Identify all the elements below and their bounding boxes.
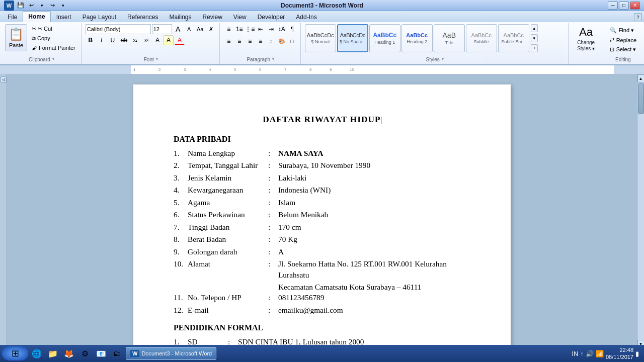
redo-quick-btn[interactable]: ↪ — [48, 2, 57, 10]
taskbar-icon-app3[interactable]: 🗂 — [110, 346, 125, 360]
taskbar-icon-firefox[interactable]: 🦊 — [61, 346, 76, 360]
ruler-tick-6: 6 — [259, 67, 261, 72]
scroll-up-button[interactable]: ▲ — [637, 74, 645, 82]
cut-button[interactable]: ✂ ✂ Cut — [29, 24, 78, 33]
change-case-button[interactable]: Aa — [195, 24, 205, 34]
clipboard-expand[interactable]: ▾ — [52, 57, 54, 61]
ruler-tick-8: 8 — [309, 67, 311, 72]
main-area: ◁ DAFTAR RIWAYAT HIDUP DATA PRIBADI 1. N… — [0, 74, 644, 348]
style-heading2[interactable]: AaBbCc Heading 2 — [401, 24, 433, 52]
increase-indent-button[interactable]: ⇥ — [266, 24, 276, 34]
style-heading2-label: Heading 2 — [407, 39, 427, 44]
shrink-font-button[interactable]: A — [184, 24, 194, 34]
style-subtle[interactable]: AaBbCc Subtle Em... — [498, 24, 529, 52]
align-right-button[interactable]: ≡ — [245, 36, 255, 46]
underline-button[interactable]: U — [108, 35, 118, 45]
scroll-thumb[interactable] — [638, 83, 644, 114]
taskbar-icon-app2[interactable]: 📧 — [94, 346, 109, 360]
tab-file[interactable]: File — [2, 12, 23, 22]
styles-up-arrow[interactable]: ▲ — [531, 24, 538, 32]
taskbar-word-app[interactable]: W Document3 - Microsoft Word — [126, 347, 216, 360]
superscript-button[interactable]: x² — [141, 35, 151, 45]
styles-expand[interactable]: ▾ — [442, 57, 444, 61]
align-center-button[interactable]: ≡ — [234, 36, 245, 46]
document-page[interactable]: DAFTAR RIWAYAT HIDUP DATA PRIBADI 1. Nam… — [133, 84, 511, 348]
minimize-button[interactable]: ─ — [608, 2, 618, 10]
tab-insert[interactable]: Insert — [51, 12, 77, 22]
change-styles-button[interactable]: Aa ChangeStyles ▾ — [573, 24, 600, 53]
font-name-input[interactable] — [86, 24, 151, 34]
multilevel-button[interactable]: ⋮≡ — [245, 24, 255, 34]
ribbon-tabs: File Home Insert Page Layout References … — [0, 11, 644, 22]
text-effects-button[interactable]: A — [152, 35, 163, 45]
volume-icon[interactable]: 🔊 — [586, 350, 594, 357]
taskbar-icon-ie[interactable]: 🌐 — [29, 346, 44, 360]
sort-button[interactable]: ↕A — [277, 24, 287, 34]
show-desktop-icon[interactable]: ▮ — [635, 350, 639, 357]
font-size-input[interactable] — [152, 24, 172, 34]
tab-home[interactable]: Home — [23, 11, 50, 22]
find-button[interactable]: 🔍 Find ▾ — [607, 26, 639, 35]
bullets-button[interactable]: ≡ — [224, 24, 234, 34]
close-button[interactable]: ✕ — [630, 2, 640, 10]
align-left-button[interactable]: ≡ — [224, 36, 234, 46]
undo-quick-btn[interactable]: ↩ — [27, 2, 36, 10]
bold-button[interactable]: B — [86, 35, 96, 45]
tab-mailings[interactable]: Mailings — [164, 12, 197, 22]
highlight-button[interactable]: A — [164, 35, 174, 45]
customize-quick-btn[interactable]: ▾ — [58, 2, 67, 10]
style-no-spacing[interactable]: AaBbCcDc ¶ No Spaci... — [337, 24, 368, 52]
copy-button[interactable]: ⧉ Copy — [29, 34, 78, 43]
paste-button[interactable]: 📋 Paste — [5, 24, 27, 51]
format-painter-button[interactable]: 🖌 Format Painter — [29, 43, 78, 52]
tab-add-ins[interactable]: Add-Ins — [290, 12, 322, 22]
justify-button[interactable]: ≡ — [256, 36, 266, 46]
start-button[interactable]: ⊞ — [2, 346, 28, 360]
taskbar-icon-explorer[interactable]: 📁 — [45, 346, 60, 360]
taskbar-icon-app1[interactable]: ⚙ — [77, 346, 93, 360]
network-icon[interactable]: 📶 — [596, 350, 604, 357]
styles-down-arrow[interactable]: ▼ — [531, 34, 538, 42]
keyboard-indicator[interactable]: IN — [572, 350, 578, 357]
help-button[interactable]: ? — [634, 13, 642, 21]
style-heading1[interactable]: AaBbCc Heading 1 — [369, 24, 400, 52]
system-clock[interactable]: 22:48 08/11/2017 — [606, 346, 633, 361]
left-panel-btn[interactable]: ◁ — [1, 76, 7, 82]
maximize-button[interactable]: □ — [619, 2, 629, 10]
data-pribadi-list: 1. Nama Lengkap : NAMA SAYA 2. Tempat, T… — [174, 148, 470, 315]
replace-button[interactable]: ⇄ Replace — [607, 36, 639, 44]
tab-references[interactable]: References — [122, 12, 164, 22]
font-row1: A A Aa ✗ — [86, 24, 216, 34]
borders-button[interactable]: □ — [287, 36, 297, 46]
tab-review[interactable]: Review — [197, 12, 227, 22]
save-quick-btn[interactable]: 💾 — [16, 2, 25, 10]
font-color-button[interactable]: A — [175, 35, 185, 45]
styles-more-arrow[interactable]: ⋮ — [531, 44, 538, 52]
style-subtitle[interactable]: AaBbCc Subtitle — [466, 24, 497, 52]
document-area[interactable]: DAFTAR RIWAYAT HIDUP DATA PRIBADI 1. Nam… — [7, 74, 637, 348]
address-line2: Kecamatan Camatsatu Kota Surabaya – 4611… — [278, 282, 470, 292]
decrease-indent-button[interactable]: ⇤ — [256, 24, 266, 34]
table-row: 9. Golongan darah : A — [174, 246, 470, 257]
style-normal[interactable]: AaBbCcDc ¶ Normal — [305, 24, 336, 52]
grow-font-button[interactable]: A — [173, 24, 183, 34]
style-heading2-preview: AaBbCc — [406, 32, 428, 38]
style-subtitle-label: Subtitle — [474, 39, 489, 44]
show-hide-button[interactable]: ¶ — [287, 24, 297, 34]
tab-developer[interactable]: Developer — [252, 12, 291, 22]
clear-format-button[interactable]: ✗ — [206, 24, 216, 34]
select-button[interactable]: ⊡ Select ▾ — [607, 45, 639, 54]
strikethrough-button[interactable]: ab — [119, 35, 129, 45]
subscript-button[interactable]: x₂ — [130, 35, 140, 45]
line-spacing-button[interactable]: ↕ — [266, 36, 276, 46]
numbering-button[interactable]: 1≡ — [234, 24, 245, 34]
tab-view[interactable]: View — [228, 12, 252, 22]
tab-page-layout[interactable]: Page Layout — [77, 12, 122, 22]
ruler-tick-3: 3 — [184, 67, 186, 72]
undo-arrow[interactable]: ▾ — [37, 2, 46, 10]
italic-button[interactable]: I — [97, 35, 107, 45]
font-expand[interactable]: ▾ — [156, 57, 158, 61]
paragraph-expand[interactable]: ▾ — [272, 57, 274, 61]
shading-button[interactable]: 🎨 — [277, 36, 287, 46]
style-title[interactable]: AaB Title — [434, 24, 465, 52]
